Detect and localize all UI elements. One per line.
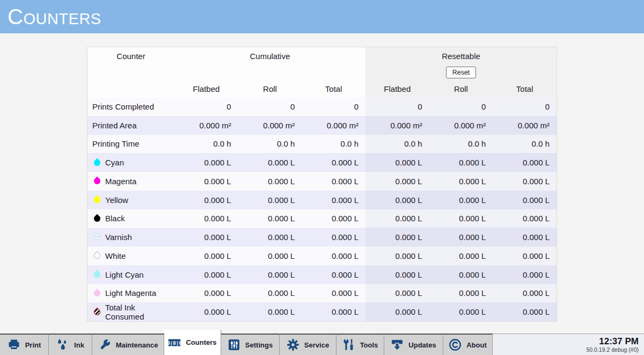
row-label: Total Ink Consumed [105, 303, 174, 321]
counters-table: Counter Cumulative Resettable Reset Flat… [87, 47, 557, 322]
cumulative-value-cell: 0.000 L [302, 265, 365, 284]
table-row: Light Magenta0.000 L0.000 L0.000 L0.000 … [87, 284, 557, 303]
cumulative-value-cell: 0.000 L [302, 247, 365, 265]
resettable-value-cell: 0.000 L [429, 247, 493, 265]
resettable-value-cell: 0 [429, 97, 493, 116]
counter-column-header: Counter [87, 47, 174, 65]
table-row: Yellow0.000 L0.000 L0.000 L0.000 L0.000 … [87, 191, 557, 209]
row-label-cell: White [87, 247, 174, 265]
resettable-section-header: Resettable [365, 47, 557, 65]
cumulative-value-cell: 0.000 L [238, 302, 302, 321]
page-title: COUNTERS [8, 6, 101, 27]
resettable-value-cell: 0.000 L [365, 228, 429, 247]
cumulative-value-cell: 0.0 h [174, 135, 238, 154]
tab-about[interactable]: About [443, 334, 493, 355]
page-header: COUNTERS [0, 0, 644, 33]
table-row: Varnish0.000 L0.000 L0.000 L0.000 L0.000… [87, 228, 557, 247]
tab-label: Tools [360, 341, 378, 349]
total-ink-drop-icon [92, 307, 101, 316]
resettable-value-cell: 0.000 L [429, 302, 493, 321]
resettable-value-cell: 0 [493, 97, 557, 116]
tab-counters[interactable]: 0|0|0Counters [164, 330, 221, 355]
resettable-value-cell: 0.000 L [429, 265, 493, 284]
resettable-value-cell: 0 [365, 97, 429, 116]
varnish-drop-icon [92, 233, 101, 242]
resettable-value-cell: 0.000 L [493, 247, 557, 265]
sliders-icon [228, 338, 240, 351]
resettable-value-cell: 0.000 L [365, 172, 429, 191]
row-label-cell: Printed Area [87, 116, 174, 135]
row-label-cell: Varnish [87, 228, 174, 247]
tab-print[interactable]: Print [0, 334, 49, 355]
reset-button-wrap: Reset [365, 65, 557, 80]
resettable-value-cell: 0.0 h [429, 135, 493, 154]
table-row: Printing Time0.0 h0.0 h0.0 h0.0 h0.0 h0.… [87, 135, 557, 154]
table-row: Printed Area0.000 m²0.000 m²0.000 m²0.00… [87, 116, 557, 135]
cumulative-value-cell: 0.000 L [174, 209, 238, 228]
tab-settings[interactable]: Settings [221, 334, 280, 355]
resettable-total-header: Total [493, 80, 557, 97]
resettable-flatbed-header: Flatbed [365, 80, 429, 97]
tab-updates[interactable]: Updates [384, 334, 443, 355]
row-label: Black [105, 214, 125, 223]
cyan-ink-drop-icon [92, 158, 101, 167]
ink-drops-icon [56, 338, 69, 351]
resettable-value-cell: 0.0 h [365, 135, 429, 154]
resettable-value-cell: 0.000 L [365, 247, 429, 265]
cumulative-value-cell: 0.0 h [302, 135, 365, 154]
resettable-value-cell: 0.000 L [429, 209, 493, 228]
cumulative-section-header: Cumulative [174, 47, 365, 65]
cumulative-value-cell: 0.000 L [238, 191, 302, 209]
row-label: Prints Completed [92, 102, 154, 111]
magenta-ink-drop-icon [92, 177, 101, 186]
tab-label: Updates [408, 341, 436, 349]
tools-icon [342, 338, 355, 351]
tab-maintenance[interactable]: Maintenance [92, 334, 164, 355]
resettable-value-cell: 0.000 L [365, 153, 429, 172]
row-label: Magenta [105, 177, 136, 186]
resettable-value-cell: 0.000 L [365, 209, 429, 228]
tab-tools[interactable]: Tools [336, 334, 384, 355]
black-ink-drop-icon [92, 214, 101, 223]
resettable-value-cell: 0.000 L [365, 191, 429, 209]
row-label-cell: Magenta [87, 172, 174, 191]
table-row: Magenta0.000 L0.000 L0.000 L0.000 L0.000… [87, 172, 557, 191]
cumulative-value-cell: 0 [302, 97, 365, 116]
cumulative-roll-header: Roll [238, 80, 302, 97]
cumulative-value-cell: 0.000 L [238, 209, 302, 228]
tab-label: Maintenance [116, 341, 158, 349]
cumulative-value-cell: 0.000 L [174, 172, 238, 191]
gear-icon [287, 338, 299, 351]
resettable-value-cell: 0.000 L [493, 228, 557, 247]
resettable-roll-header: Roll [429, 80, 493, 97]
row-label-cell: Light Magenta [87, 284, 174, 303]
resettable-value-cell: 0.000 L [429, 191, 493, 209]
app-window: COUNTERS Counter Cumulative Resettable R… [0, 0, 644, 355]
version-label: 50.0.19.2 debug (#0) [587, 347, 639, 353]
cumulative-value-cell: 0.000 L [174, 284, 238, 303]
table-body: Prints Completed000000Printed Area0.000 … [87, 97, 557, 321]
status-clock-panel: 12:37 PM 50.0.19.2 debug (#0) [493, 334, 644, 355]
tab-ink[interactable]: Ink [49, 334, 92, 355]
cumulative-value-cell: 0.000 L [238, 153, 302, 172]
cumulative-value-cell: 0.0 h [238, 135, 302, 154]
resettable-value-cell: 0.000 L [429, 172, 493, 191]
tab-service[interactable]: Service [280, 334, 336, 355]
row-label: Cyan [105, 158, 124, 167]
resettable-value-cell: 0.000 L [493, 191, 557, 209]
cumulative-value-cell: 0.000 L [238, 265, 302, 284]
row-label-cell: Printing Time [87, 135, 174, 154]
cumulative-value-cell: 0.000 L [238, 172, 302, 191]
cumulative-value-cell: 0.000 L [238, 247, 302, 265]
table-row: White0.000 L0.000 L0.000 L0.000 L0.000 L… [87, 247, 557, 265]
row-label-cell: Black [87, 209, 174, 228]
tab-label: Counters [186, 338, 216, 346]
table-row: Prints Completed000000 [87, 97, 557, 116]
resettable-value-cell: 0.000 L [493, 209, 557, 228]
cumulative-value-cell: 0.000 L [174, 302, 238, 321]
light-cyan-ink-drop-icon [92, 270, 101, 279]
cumulative-value-cell: 0.000 L [302, 172, 365, 191]
cumulative-value-cell: 0.000 L [302, 228, 365, 247]
reset-button[interactable]: Reset [446, 67, 477, 78]
cumulative-total-header: Total [302, 80, 365, 97]
